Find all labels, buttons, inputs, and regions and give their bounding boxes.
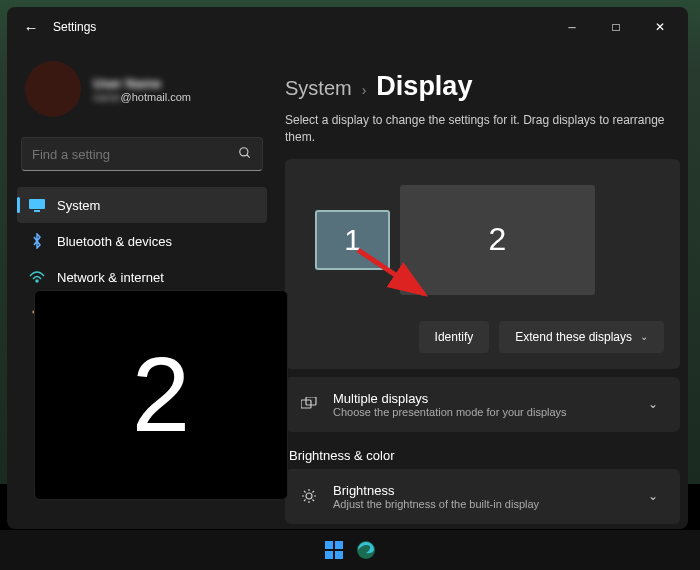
svg-line-15 xyxy=(313,491,315,493)
user-email: name@hotmail.com xyxy=(93,91,191,103)
sidebar-item-system[interactable]: System xyxy=(17,187,267,223)
user-name: User Name xyxy=(93,76,191,91)
svg-point-0 xyxy=(240,147,248,155)
breadcrumb: System › Display xyxy=(285,71,680,102)
search-input[interactable] xyxy=(32,147,238,162)
chevron-down-icon: ⌄ xyxy=(640,331,648,342)
svg-rect-17 xyxy=(325,541,333,549)
svg-rect-3 xyxy=(34,210,40,212)
svg-rect-2 xyxy=(29,199,45,209)
chevron-right-icon: › xyxy=(362,82,367,98)
identify-display-overlay: 2 xyxy=(34,290,288,500)
svg-line-13 xyxy=(313,500,315,502)
brightness-card[interactable]: Brightness Adjust the brightness of the … xyxy=(285,469,680,524)
setting-desc: Choose the presentation mode for your di… xyxy=(333,406,626,418)
svg-rect-20 xyxy=(335,551,343,559)
maximize-button[interactable] xyxy=(594,7,638,47)
content-area: System › Display Select a display to cha… xyxy=(277,47,688,529)
page-subtitle: Select a display to change the settings … xyxy=(285,112,680,147)
avatar xyxy=(25,61,81,117)
sidebar-item-label: Network & internet xyxy=(57,270,164,285)
identify-button[interactable]: Identify xyxy=(419,321,490,353)
svg-rect-19 xyxy=(325,551,333,559)
close-button[interactable] xyxy=(638,7,682,47)
search-icon xyxy=(238,146,252,163)
sidebar-item-label: System xyxy=(57,198,100,213)
brightness-icon xyxy=(301,488,317,504)
multiple-displays-icon xyxy=(301,396,317,412)
title-bar: ← Settings xyxy=(7,7,688,47)
user-profile[interactable]: User Name name@hotmail.com xyxy=(17,47,267,137)
edge-icon[interactable] xyxy=(355,539,377,561)
setting-title: Multiple displays xyxy=(333,391,626,406)
section-heading: Brightness & color xyxy=(289,448,680,463)
display-2[interactable]: 2 xyxy=(400,185,595,295)
system-icon xyxy=(29,197,45,213)
bluetooth-icon xyxy=(29,233,45,249)
start-button[interactable] xyxy=(323,539,345,561)
display-1[interactable]: 1 xyxy=(315,210,390,270)
page-title: Display xyxy=(376,71,472,102)
svg-rect-18 xyxy=(335,541,343,549)
breadcrumb-parent[interactable]: System xyxy=(285,77,352,100)
setting-title: Brightness xyxy=(333,483,626,498)
minimize-button[interactable] xyxy=(550,7,594,48)
sidebar-item-bluetooth[interactable]: Bluetooth & devices xyxy=(17,223,267,259)
svg-point-4 xyxy=(36,280,38,282)
svg-point-7 xyxy=(306,493,312,499)
taskbar xyxy=(0,530,700,570)
multiple-displays-card[interactable]: Multiple displays Choose the presentatio… xyxy=(285,377,680,432)
network-icon xyxy=(29,269,45,285)
sidebar-item-label: Bluetooth & devices xyxy=(57,234,172,249)
display-arrangement-card: 1 2 Identify Extend these displays ⌄ xyxy=(285,159,680,369)
back-button[interactable]: ← xyxy=(13,19,49,36)
display-row[interactable]: 1 2 xyxy=(301,175,664,305)
window-title: Settings xyxy=(49,20,550,34)
chevron-down-icon[interactable]: ⌄ xyxy=(642,397,664,411)
svg-line-12 xyxy=(304,491,306,493)
svg-line-1 xyxy=(247,154,250,157)
chevron-down-icon[interactable]: ⌄ xyxy=(642,489,664,503)
extend-displays-dropdown[interactable]: Extend these displays ⌄ xyxy=(499,321,664,353)
search-box[interactable] xyxy=(21,137,263,171)
svg-line-14 xyxy=(304,500,306,502)
setting-desc: Adjust the brightness of the built-in di… xyxy=(333,498,626,510)
